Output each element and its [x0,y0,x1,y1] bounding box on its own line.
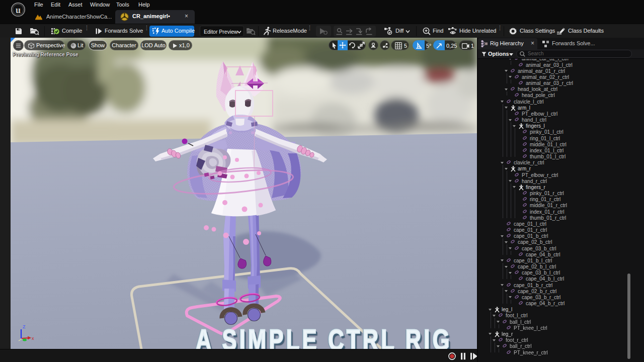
svg-text:u: u [16,5,21,15]
svg-text:Z: Z [23,324,26,329]
svg-text:x: x [32,336,34,341]
